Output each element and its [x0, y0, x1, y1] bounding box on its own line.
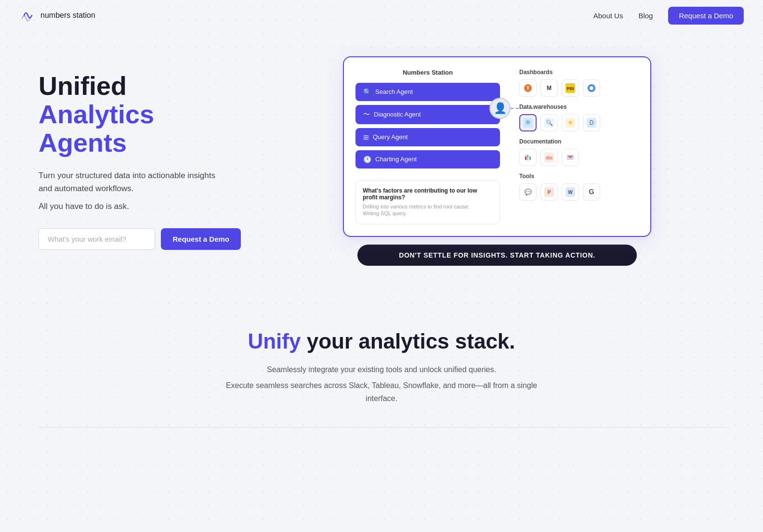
charting-agent-label: Charting Agent: [375, 156, 417, 163]
dbt-icon: dbt: [540, 149, 558, 166]
bottom-desc-1: Seamlessly integrate your existing tools…: [218, 363, 545, 376]
svg-rect-21: [527, 158, 528, 160]
svg-text:G: G: [589, 188, 594, 195]
query-agent-label: Query Agent: [373, 133, 408, 141]
svg-text:PBI: PBI: [566, 86, 574, 91]
documentation-title: Documentation: [519, 138, 639, 145]
panel-left: Numbers Station 🔍 Search Agent 〜 Diagnos…: [355, 69, 500, 224]
hero-left: Unified Analytics Agents Turn your struc…: [39, 72, 241, 250]
nav-links: About Us Blog Request a Demo: [593, 7, 744, 25]
navbar: numbers station About Us Blog Request a …: [0, 0, 763, 31]
hero-section: Unified Analytics Agents Turn your struc…: [0, 31, 763, 300]
hero-desc-2: All you have to do is ask.: [39, 200, 241, 213]
google-chat-icon: 💬: [519, 183, 537, 201]
tools-title: Tools: [519, 173, 639, 180]
ns-panel-title: Numbers Station: [355, 69, 500, 76]
dashboard-inner: Numbers Station 🔍 Search Agent 〜 Diagnos…: [355, 69, 639, 224]
diagnostic-agent-button[interactable]: 〜 Diagnostic Agent: [355, 105, 500, 124]
slack-icon: [519, 149, 537, 166]
bottom-title-highlight: Unify: [248, 329, 301, 353]
google-icon: G: [583, 183, 600, 201]
tableau-icon: T: [519, 79, 537, 97]
hero-title-agents: Analytics Agents: [39, 100, 241, 157]
search-icon: 🔍: [363, 88, 371, 96]
tools-icons: 💬 P W G: [519, 183, 639, 201]
hero-desc-1: Turn your structured data into actionabl…: [39, 169, 241, 195]
bottom-desc-2: Execute seamless searches across Slack, …: [218, 379, 545, 405]
svg-text:W: W: [568, 190, 573, 195]
word-icon: W: [562, 183, 579, 201]
search-agent-button[interactable]: 🔍 Search Agent: [355, 83, 500, 101]
looker-icon: [583, 79, 600, 97]
chat-step-1: Drilling into various metrics to find ro…: [363, 204, 493, 209]
hero-request-demo-button[interactable]: Request a Demo: [161, 228, 241, 250]
svg-rect-18: [527, 155, 528, 158]
logo-icon: [19, 7, 37, 24]
search-agent-label: Search Agent: [375, 88, 413, 95]
svg-point-7: [590, 86, 593, 90]
warehouses-icons: ❄ 🔍 ≡ D: [519, 114, 639, 131]
diagnostic-agent-label: Diagnostic Agent: [374, 111, 421, 118]
about-link[interactable]: About Us: [593, 12, 623, 20]
connector-line: [511, 108, 535, 109]
chat-question: What's factors are contributing to our l…: [363, 187, 493, 201]
logo-text: numbers station: [40, 11, 95, 20]
bottom-title: Unify your analytics stack.: [39, 329, 724, 353]
svg-text:💬: 💬: [525, 188, 532, 195]
charting-agent-button[interactable]: 🕐 Charting Agent: [355, 150, 500, 169]
blog-link[interactable]: Blog: [638, 12, 653, 20]
svg-rect-20: [529, 156, 531, 160]
powerbi-icon: PBI: [562, 79, 579, 97]
bottom-title-rest: your analytics stack.: [301, 329, 515, 353]
svg-text:🔍: 🔍: [546, 119, 553, 126]
svg-text:D: D: [590, 119, 594, 126]
dashboards-icons: T M PBI: [519, 79, 639, 97]
documentation-icons: dbt: [519, 149, 639, 166]
dashboard-card: Numbers Station 🔍 Search Agent 〜 Diagnos…: [343, 56, 651, 237]
hero-title-unified: Unified: [39, 72, 241, 100]
bottom-divider: [39, 427, 724, 428]
hero-right: Numbers Station 🔍 Search Agent 〜 Diagnos…: [270, 56, 724, 266]
documentation-section: Documentation: [519, 138, 639, 166]
logo[interactable]: numbers station: [19, 7, 95, 24]
medium-icon: M: [540, 79, 558, 97]
chat-area: What's factors are contributing to our l…: [355, 180, 500, 224]
query-agent-button[interactable]: ⊞ Query Agent: [355, 128, 500, 146]
svg-text:≡: ≡: [568, 119, 572, 126]
dashboards-title: Dashboards: [519, 69, 639, 76]
dashboards-section: Dashboards T M PBI: [519, 69, 639, 97]
svg-rect-19: [525, 155, 526, 156]
charting-icon: 🕐: [363, 156, 371, 163]
hero-form: Request a Demo: [39, 228, 241, 250]
svg-rect-17: [525, 156, 526, 160]
bigquery-icon: 🔍: [540, 114, 558, 131]
tools-section: Tools 💬 P W: [519, 173, 639, 201]
gmail-icon: [562, 149, 579, 166]
email-input[interactable]: [39, 228, 155, 250]
action-banner: DON'T SETTLE FOR INSIGHTS. START TAKING …: [357, 245, 637, 266]
bottom-section: Unify your analytics stack. Seamlessly i…: [0, 300, 763, 428]
svg-text:❄: ❄: [525, 118, 531, 126]
svg-text:P: P: [548, 190, 551, 195]
svg-text:dbt: dbt: [546, 156, 553, 160]
avatar: 👤: [489, 98, 511, 119]
warehouses-title: Data warehouses: [519, 104, 639, 110]
powerpoint-icon: P: [540, 183, 558, 201]
diagnostic-icon: 〜: [363, 110, 370, 119]
svg-text:T: T: [526, 86, 529, 91]
chat-step-2: Writing SQL query.: [363, 210, 493, 216]
nav-request-demo-button[interactable]: Request a Demo: [668, 7, 744, 25]
svg-text:M: M: [547, 85, 552, 91]
redshift-icon: ≡: [562, 114, 579, 131]
warehouses-section: Data warehouses ❄ 🔍 ≡: [519, 104, 639, 131]
query-icon: ⊞: [363, 133, 369, 141]
databricks-icon: D: [583, 114, 600, 131]
panel-right: Dashboards T M PBI: [519, 69, 639, 224]
